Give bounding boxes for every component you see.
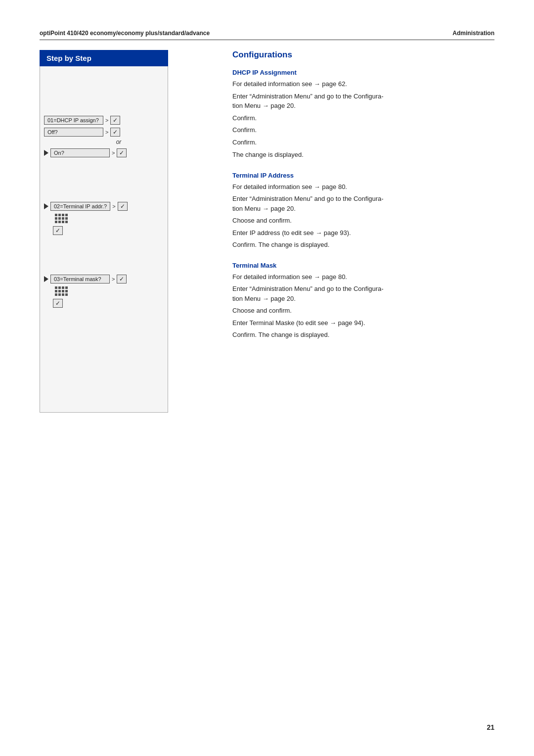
on-play-icon: [44, 150, 48, 156]
terminal-mask-play-icon: [44, 276, 48, 282]
on-check[interactable]: ✓: [117, 148, 127, 157]
off-arrow: >: [105, 129, 108, 135]
terminal-mask-section: Terminal Mask For detailed information s…: [232, 262, 494, 340]
terminal-ip-info-2: Enter “Administration Menu” and go to th…: [232, 194, 494, 213]
off-button[interactable]: Off?: [44, 128, 103, 137]
right-column: Configurations DHCP IP Assignment For de…: [218, 50, 494, 413]
keyboard-grid-mask: [55, 286, 68, 296]
left-ui-dhcp: 01=DHCP IP assign? > ✓ Off? > ✓ or: [44, 116, 164, 157]
dhcp-arrow: >: [105, 117, 108, 123]
dhcp-confirm-1: Confirm.: [232, 113, 494, 123]
dhcp-assign-row: 01=DHCP IP assign? > ✓: [44, 116, 164, 125]
on-row: On? > ✓: [44, 148, 164, 157]
step-by-step-box: 01=DHCP IP assign? > ✓ Off? > ✓ or: [40, 66, 168, 413]
terminal-ip-arrow: >: [112, 203, 115, 209]
on-button[interactable]: On?: [50, 148, 110, 157]
left-ui-terminal-mask: 03=Terminal mask? > ✓ ✓: [44, 275, 164, 308]
terminal-mask-choose: Choose and confirm.: [232, 306, 494, 316]
page-header: optiPoint 410/420 economy/economy plus/s…: [40, 30, 494, 40]
keyboard-icon-row-mask: [53, 286, 164, 296]
terminal-mask-info-2: Enter “Administration Menu” and go to th…: [232, 284, 494, 303]
terminal-ip-play-icon: [44, 203, 48, 209]
terminal-ip-section: Terminal IP Address For detailed informa…: [232, 172, 494, 250]
dhcp-assign-button[interactable]: 01=DHCP IP assign?: [44, 116, 103, 125]
page: optiPoint 410/420 economy/economy plus/s…: [0, 0, 534, 756]
off-row: Off? > ✓: [44, 128, 164, 137]
dhcp-confirm-3: Confirm.: [232, 138, 494, 147]
dhcp-section: DHCP IP Assignment For detailed informat…: [232, 69, 494, 160]
terminal-ip-choose: Choose and confirm.: [232, 216, 494, 226]
on-arrow: >: [112, 150, 115, 156]
header-left-text: optiPoint 410/420 economy/economy plus/s…: [40, 30, 210, 37]
dhcp-info-2: Enter “Administration Menu” and go to th…: [232, 92, 494, 111]
keyboard-grid-ip: [55, 214, 68, 223]
confirm-ip-row: ✓: [53, 226, 164, 235]
terminal-ip-button[interactable]: 02=Terminal IP addr.?: [50, 202, 110, 211]
step-by-step-banner: Step by Step: [40, 50, 168, 66]
terminal-mask-confirm: Confirm. The change is displayed.: [232, 330, 494, 340]
terminal-ip-confirm: Confirm. The change is displayed.: [232, 240, 494, 250]
dhcp-confirm-2: Confirm.: [232, 125, 494, 135]
or-label: or: [74, 139, 164, 145]
terminal-mask-row: 03=Terminal mask? > ✓: [44, 275, 164, 284]
terminal-mask-button[interactable]: 03=Terminal mask?: [50, 275, 110, 284]
step-by-step-label: Step by Step: [46, 54, 91, 62]
confirm-mask-check[interactable]: ✓: [53, 299, 63, 308]
left-column: Step by Step 01=DHCP IP assign? > ✓ Off: [40, 50, 218, 413]
dhcp-change-displayed: The change is displayed.: [232, 150, 494, 160]
header-right-text: Administration: [452, 30, 494, 37]
terminal-ip-info-1: For detailed information see → page 80.: [232, 182, 494, 192]
configurations-title: Configurations: [232, 50, 494, 60]
confirm-ip-check[interactable]: ✓: [53, 226, 63, 235]
terminal-ip-check[interactable]: ✓: [118, 202, 128, 211]
off-check[interactable]: ✓: [110, 128, 120, 137]
confirm-mask-row: ✓: [53, 299, 164, 308]
terminal-ip-row: 02=Terminal IP addr.? > ✓: [44, 202, 164, 211]
terminal-mask-check[interactable]: ✓: [117, 275, 127, 284]
dhcp-title: DHCP IP Assignment: [232, 69, 494, 76]
content-area: Step by Step 01=DHCP IP assign? > ✓ Off: [40, 50, 494, 413]
page-number: 21: [487, 723, 494, 731]
terminal-mask-enter: Enter Terminal Maske (to edit see → page…: [232, 318, 494, 328]
terminal-ip-enter: Enter IP address (to edit see → page 93)…: [232, 228, 494, 238]
terminal-mask-title: Terminal Mask: [232, 262, 494, 269]
terminal-ip-title: Terminal IP Address: [232, 172, 494, 179]
terminal-mask-arrow: >: [112, 276, 115, 282]
keyboard-icon-row-ip: [53, 214, 164, 223]
terminal-mask-info-1: For detailed information see → page 80.: [232, 272, 494, 282]
dhcp-info-1: For detailed information see → page 62.: [232, 79, 494, 89]
dhcp-check[interactable]: ✓: [110, 116, 120, 125]
left-ui-terminal-ip: 02=Terminal IP addr.? > ✓ ✓: [44, 202, 164, 235]
